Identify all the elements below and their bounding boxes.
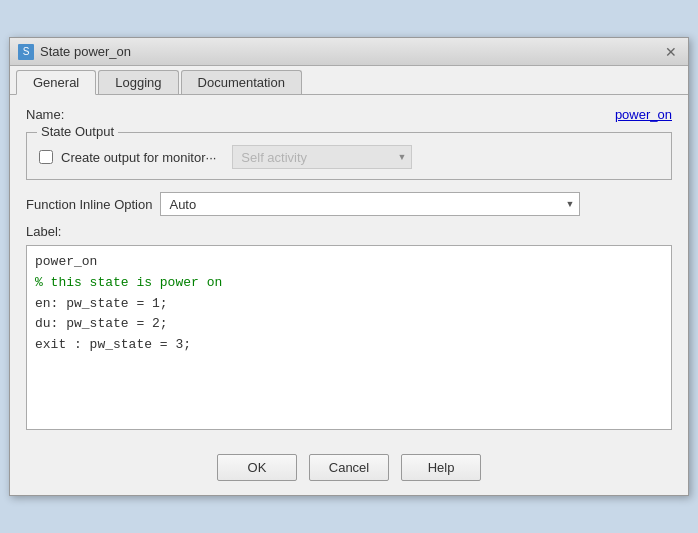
title-bar: S State power_on ✕	[10, 38, 688, 66]
label-label: Label:	[26, 224, 672, 239]
close-button[interactable]: ✕	[662, 43, 680, 61]
main-window: S State power_on ✕ General Logging Docum…	[9, 37, 689, 496]
code-line-3: en: pw_state = 1;	[35, 294, 663, 315]
state-output-label: State Output	[37, 124, 118, 139]
name-link[interactable]: power_on	[615, 107, 672, 122]
function-inline-dropdown[interactable]: Auto Inline Not Inline	[160, 192, 580, 216]
content-area: Name: power_on State Output Create outpu…	[10, 95, 688, 442]
create-output-checkbox[interactable]	[39, 150, 53, 164]
code-line-2: % this state is power on	[35, 273, 663, 294]
state-output-group: State Output Create output for monitor··…	[26, 132, 672, 180]
tab-general[interactable]: General	[16, 70, 96, 95]
ok-button[interactable]: OK	[217, 454, 297, 481]
function-inline-row: Function Inline Option Auto Inline Not I…	[26, 192, 672, 216]
window-title: State power_on	[40, 44, 131, 59]
name-row: Name: power_on	[26, 107, 672, 122]
monitor-dropdown[interactable]: Self activity	[232, 145, 412, 169]
window-icon: S	[18, 44, 34, 60]
tab-documentation[interactable]: Documentation	[181, 70, 302, 94]
function-inline-dropdown-wrapper: Auto Inline Not Inline	[160, 192, 580, 216]
code-line-5: exit : pw_state = 3;	[35, 335, 663, 356]
code-line-1: power_on	[35, 252, 663, 273]
tab-bar: General Logging Documentation	[10, 66, 688, 95]
title-bar-left: S State power_on	[18, 44, 131, 60]
cancel-button[interactable]: Cancel	[309, 454, 389, 481]
create-output-row: Create output for monitor··· Self activi…	[39, 145, 659, 169]
monitor-dropdown-wrapper: Self activity	[224, 145, 412, 169]
create-output-label: Create output for monitor···	[61, 150, 216, 165]
name-label: Name:	[26, 107, 64, 122]
code-line-4: du: pw_state = 2;	[35, 314, 663, 335]
help-button[interactable]: Help	[401, 454, 481, 481]
function-inline-label: Function Inline Option	[26, 197, 152, 212]
button-bar: OK Cancel Help	[10, 442, 688, 495]
tab-logging[interactable]: Logging	[98, 70, 178, 94]
code-editor[interactable]: power_on % this state is power on en: pw…	[26, 245, 672, 430]
